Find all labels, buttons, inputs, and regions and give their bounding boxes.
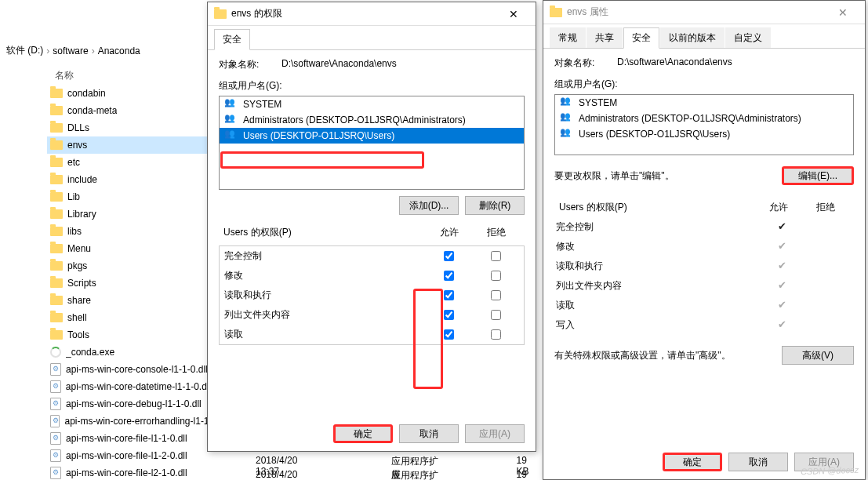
item-label: Menu [67,243,91,254]
item-label: DLLs [67,122,89,133]
tab-security[interactable]: 安全 [214,29,250,50]
folder-icon [50,244,63,253]
file-detail-row: 2018/4/20 13:37 应用程序扩展 19 KB [256,469,541,480]
apply-button[interactable]: 应用(A) [465,424,525,443]
tab-安全[interactable]: 安全 [623,27,659,49]
remove-button[interactable]: 删除(R) [465,196,525,215]
folder-icon [50,313,63,322]
group-item[interactable]: Administrators (DESKTOP-O1LJSRQ\Administ… [555,111,853,126]
permission-row: 读取✔ [554,296,854,315]
deny-checkbox[interactable] [491,310,501,320]
object-name-value: D:\software\Anaconda\envs [617,56,732,70]
permission-name: 读取和执行 [224,289,425,302]
check-icon: ✔ [778,260,786,271]
list-item[interactable]: Scripts [47,275,212,292]
close-icon[interactable]: ✕ [827,6,859,19]
allow-checkbox[interactable] [444,310,454,320]
item-label: api-ms-win-core-debug-l1-1-0.dll [66,398,202,409]
list-item[interactable]: etc [47,154,212,171]
breadcrumb-part[interactable]: 软件 (D:) [6,44,43,57]
item-label: api-ms-win-core-datetime-l1-1-0.dll [66,381,209,392]
permissions-list: 完全控制✔修改✔读取和执行✔列出文件夹内容✔读取✔写入✔ [554,217,854,335]
permission-name: 读取 [556,299,758,312]
groups-listbox[interactable]: SYSTEMAdministrators (DESKTOP-O1LJSRQ\Ad… [219,96,525,190]
group-item[interactable]: SYSTEM [220,96,524,112]
group-icon [224,115,238,125]
group-item[interactable]: SYSTEM [555,95,853,111]
allow-checkbox[interactable] [444,251,454,261]
group-name: Users (DESKTOP-O1LJSRQ\Users) [243,130,394,141]
list-item[interactable]: api-ms-win-core-debug-l1-1-0.dll [47,395,212,413]
permission-row: 完全控制 [220,246,524,266]
cancel-button[interactable]: 取消 [399,424,459,443]
column-header-name[interactable]: 名称 [55,69,74,82]
folder-icon [50,209,63,219]
list-item[interactable]: include [47,171,212,188]
list-item[interactable]: api-ms-win-core-console-l1-1-0.dll [47,361,212,378]
allow-checkbox[interactable] [444,290,454,300]
list-item[interactable]: envs [47,136,212,154]
list-item[interactable]: _conda.exe [47,344,212,361]
list-item[interactable]: pkgs [47,257,212,275]
permission-row: 读取和执行✔ [554,256,854,276]
advanced-hint: 有关特殊权限或高级设置，请单击"高级"。 [554,349,769,362]
item-label: libs [67,226,82,237]
list-item[interactable]: api-ms-win-core-file-l2-1-0.dll [47,464,212,480]
list-item[interactable]: condabin [47,85,212,102]
edit-button[interactable]: 编辑(E)... [782,166,854,185]
ok-button[interactable]: 确定 [663,453,722,471]
item-label: api-ms-win-core-file-l1-2-0.dll [66,450,187,461]
list-item[interactable]: Menu [47,240,212,257]
permissions-table: 完全控制修改读取和执行列出文件夹内容读取 [219,245,525,345]
list-item[interactable]: DLLs [47,119,212,136]
deny-checkbox[interactable] [491,290,501,300]
group-item[interactable]: Administrators (DESKTOP-O1LJSRQ\Administ… [220,112,524,128]
groups-listbox[interactable]: SYSTEMAdministrators (DESKTOP-O1LJSRQ\Ad… [554,94,854,155]
tab-以前的版本[interactable]: 以前的版本 [660,27,725,48]
deny-checkbox[interactable] [491,329,501,340]
allow-col-header: 允许 [426,226,473,239]
add-button[interactable]: 添加(D)... [399,196,459,215]
item-label: conda-meta [67,105,117,116]
breadcrumb[interactable]: 软件 (D:) › software › Anaconda [0,41,147,60]
tab-常规[interactable]: 常规 [550,27,586,48]
advanced-button[interactable]: 高级(V) [782,346,854,365]
deny-checkbox[interactable] [491,271,501,281]
titlebar[interactable]: envs 的权限 ✕ [208,2,536,26]
list-item[interactable]: api-ms-win-core-errorhandling-l1-1-0.dll [47,413,212,430]
allow-checkbox[interactable] [444,329,454,340]
allow-checkbox[interactable] [444,271,454,281]
group-name: Administrators (DESKTOP-O1LJSRQ\Administ… [243,115,466,125]
list-item[interactable]: api-ms-win-core-file-l1-2-0.dll [47,447,212,464]
tab-自定义[interactable]: 自定义 [725,27,771,48]
permission-name: 修改 [556,240,758,253]
list-item[interactable]: Tools [47,326,212,344]
group-item[interactable]: Users (DESKTOP-O1LJSRQ\Users) [555,126,853,142]
close-icon[interactable]: ✕ [498,8,529,20]
list-item[interactable]: api-ms-win-core-datetime-l1-1-0.dll [47,378,212,395]
cancel-button[interactable]: 取消 [728,453,788,471]
permission-name: 修改 [224,269,425,282]
folder-icon [214,9,227,19]
titlebar[interactable]: envs 属性 ✕ [543,1,865,24]
list-item[interactable]: api-ms-win-core-file-l1-1-0.dll [47,430,212,447]
object-name-row: 对象名称: D:\software\Anaconda\envs [219,58,525,71]
list-item[interactable]: Lib [47,188,212,205]
group-item[interactable]: Users (DESKTOP-O1LJSRQ\Users) [220,128,524,144]
list-item[interactable]: conda-meta [47,102,212,119]
group-name: Administrators (DESKTOP-O1LJSRQ\Administ… [579,113,801,124]
list-item[interactable]: shell [47,309,212,326]
list-item[interactable]: libs [47,223,212,240]
tab-共享[interactable]: 共享 [587,27,623,48]
breadcrumb-part[interactable]: Anaconda [98,45,140,56]
group-icon [560,113,574,124]
list-item[interactable]: Library [47,205,212,223]
ok-button[interactable]: 确定 [333,424,393,443]
tabs: 常规共享安全以前的版本自定义 [543,24,865,49]
object-name-label: 对象名称: [554,56,601,70]
deny-checkbox[interactable] [491,251,501,261]
list-item[interactable]: share [47,292,212,309]
breadcrumb-part[interactable]: software [53,45,88,56]
breadcrumb-sep: › [46,45,49,56]
item-label: include [67,174,97,185]
